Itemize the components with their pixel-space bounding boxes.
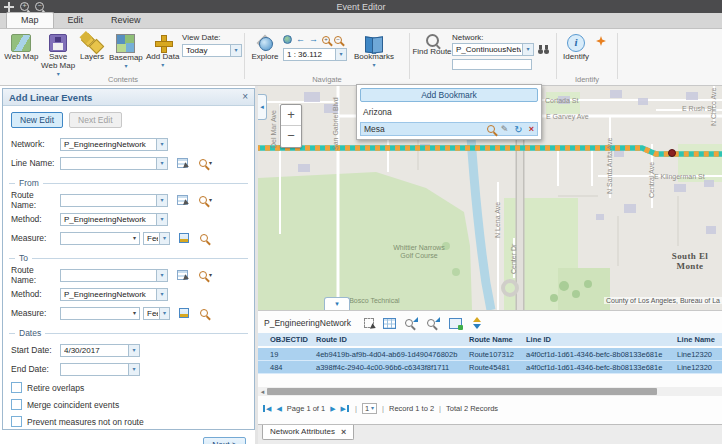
chevron-down-icon[interactable]: ▾ [160,161,163,166]
scroll-left-icon[interactable]: ◂ [258,388,267,396]
new-edit-button[interactable]: New Edit [11,112,63,128]
attribute-table-icon[interactable] [383,318,396,329]
full-extent-icon[interactable] [283,35,292,44]
zoom-to-bookmark-icon[interactable] [487,125,495,133]
select-on-map-icon[interactable] [177,158,188,168]
end-date-input[interactable]: ▾ [60,363,140,376]
chevron-down-icon[interactable]: ▾ [160,273,163,278]
binoculars-icon[interactable] [537,44,551,56]
measure-on-map-icon[interactable] [179,308,189,318]
column-header[interactable]: Route ID [313,333,466,347]
tab-edit[interactable]: Edit [54,13,98,28]
map-zoom-in-button[interactable]: + [281,105,301,126]
next-button[interactable]: Next > [203,437,246,444]
web-map-button[interactable]: Web Map [4,29,39,77]
sort-icon[interactable] [471,317,481,329]
to-method-select[interactable]: P_EngineeringNetwork ▾ [60,288,168,301]
chevron-down-icon[interactable]: ▾ [209,273,212,278]
chevron-down-icon[interactable]: ▾ [209,161,212,166]
column-header[interactable]: Line ID [523,333,674,347]
explore-button[interactable]: Explore [247,29,283,68]
basemap-button[interactable]: Basemap ▾ [109,29,144,77]
zoom-in-icon[interactable]: + [322,36,330,44]
add-data-button[interactable]: Add Data ▾ [145,29,180,77]
view-date-select[interactable]: Today ▾ [182,44,242,57]
from-measure-unit-select[interactable]: Feet ▾ [143,232,170,245]
next-extent-icon[interactable]: → [309,35,318,44]
from-route-name-select[interactable]: ▾ [60,194,168,207]
pan-to-selection-icon[interactable] [427,317,440,329]
table-row[interactable]: 194eb9419b-af9b-4d04-ab69-1d490476802bRo… [258,347,722,361]
selection-options-icon[interactable] [364,318,374,328]
chevron-down-icon[interactable]: ▾ [209,198,212,203]
scrollbar-thumb[interactable] [267,388,657,395]
checkbox-merge-coincident-events[interactable]: Merge coincident events [11,399,246,410]
edit-bookmark-icon[interactable]: ✎ [501,125,509,134]
chevron-down-icon[interactable]: ▾ [372,63,375,68]
chevron-down-icon[interactable]: ▾ [160,198,163,203]
collapse-table-icon[interactable]: ▾ [324,297,350,310]
bookmark-item-arizona[interactable]: Arizona [360,105,538,119]
start-date-input[interactable]: 4/30/2017 ▾ [60,344,140,357]
chevron-down-icon[interactable]: ▾ [160,217,163,222]
chevron-down-icon[interactable]: ▾ [133,236,136,241]
network-select[interactable]: P_EngineeringNetwork ▾ [60,138,168,151]
previous-extent-icon[interactable]: ← [296,35,305,44]
close-icon[interactable]: × [242,92,248,102]
select-on-map-icon[interactable] [177,270,188,280]
from-method-select[interactable]: P_EngineeringNetwork ▾ [60,213,168,226]
bookmarks-button[interactable]: Bookmarks ▾ [349,29,399,68]
find-route-button[interactable]: Find Route [412,29,452,70]
first-page-button[interactable]: ◀ [262,405,271,413]
chevron-down-icon[interactable]: ▾ [132,367,135,372]
chevron-down-icon[interactable]: ▾ [160,292,163,297]
chevron-down-icon[interactable]: ▾ [161,63,164,68]
checkbox-prevent-measures-not-on-route[interactable]: Prevent measures not on route [11,416,246,427]
table-row[interactable]: 484a398ff4c-2940-4c00-96b6-c6343f8f1711R… [258,361,722,374]
layers-button[interactable]: Layers [78,29,107,77]
add-bookmark-button[interactable]: Add Bookmark [360,88,538,102]
column-header[interactable]: OBJECTID [258,333,313,347]
zoom-to-icon[interactable] [200,309,208,317]
bookmark-item-mesa[interactable]: Mesa ✎ ↻ × [360,122,538,136]
zoom-to-icon[interactable]: ▾ [199,271,212,279]
next-page-button[interactable]: ▶ [330,405,335,413]
zoom-to-selection-icon[interactable] [405,317,418,329]
chevron-down-icon[interactable]: ▾ [124,64,127,69]
from-measure-input[interactable]: ▾ [60,232,140,245]
chevron-down-icon[interactable]: ▾ [133,311,136,316]
switch-selection-icon[interactable] [449,318,462,329]
delete-bookmark-icon[interactable]: × [529,125,534,134]
horizontal-scrollbar[interactable]: ◂ [258,387,722,396]
tab-review[interactable]: Review [97,13,155,28]
line-name-select[interactable]: ▾ [60,157,168,170]
zoom-to-icon[interactable]: ▾ [199,196,212,204]
chevron-down-icon[interactable]: ▾ [526,47,529,52]
page-number-select[interactable]: 1 ▾ [362,403,377,414]
column-header[interactable]: Route Name [466,333,523,347]
chevron-down-icon[interactable]: ▾ [371,406,374,411]
save-web-map-button[interactable]: Save Web Map ▾ [41,29,76,77]
zoom-to-icon[interactable] [200,234,208,242]
checkbox-box[interactable] [11,382,22,393]
measure-on-map-icon[interactable] [179,233,189,243]
chevron-down-icon[interactable]: ▾ [339,52,342,57]
zoom-to-icon[interactable]: ▾ [199,159,212,167]
tab-network-attributes[interactable]: Network Attributes × [262,425,354,440]
identify-route-icon[interactable] [596,36,606,46]
to-route-name-select[interactable]: ▾ [60,269,168,282]
checkbox-retire-overlaps[interactable]: Retire overlaps [11,382,246,393]
last-page-button[interactable]: ▶ [341,405,350,413]
checkbox-box[interactable] [11,399,22,410]
collapse-panel-icon[interactable]: ◂ [258,94,267,120]
zoom-out-icon[interactable]: − [334,36,342,44]
map-zoom-out-button[interactable]: − [281,126,301,147]
chevron-down-icon[interactable]: ▾ [163,236,166,241]
chevron-down-icon[interactable]: ▾ [132,348,135,353]
chevron-down-icon[interactable]: ▾ [160,142,163,147]
to-measure-unit-select[interactable]: Feet ▾ [143,307,170,320]
identify-button[interactable]: i Identify [559,29,593,62]
checkbox-box[interactable] [11,416,22,427]
chevron-down-icon[interactable]: ▾ [235,48,238,53]
previous-page-button[interactable]: ◀ [276,405,281,413]
